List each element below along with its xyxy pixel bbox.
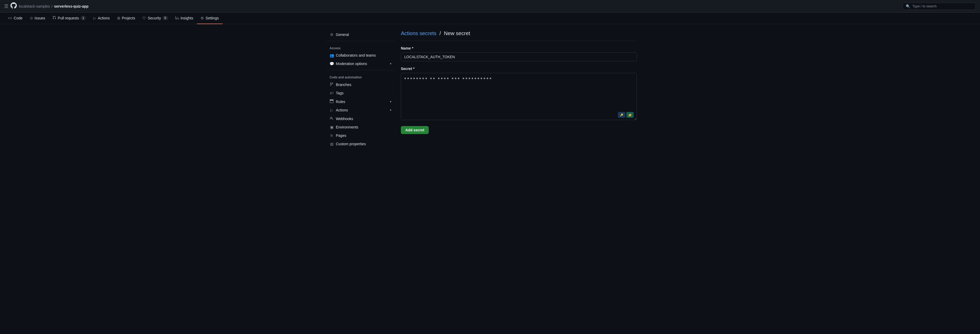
secret-form-group: Secret * ●●●●●●●● ●● ●●●● ●●● ●●●●●●●●●●…: [401, 67, 637, 121]
tab-issues[interactable]: ⊙ Issues: [26, 13, 49, 24]
repo-name[interactable]: serverless-quiz-app: [54, 4, 89, 8]
pr-icon: [52, 16, 56, 20]
secret-label: Secret *: [401, 67, 637, 71]
sidebar-item-custom-properties[interactable]: ▤ Custom properties: [326, 140, 395, 148]
projects-icon: ⊞: [117, 16, 120, 20]
tab-pull-requests[interactable]: Pull requests 1: [49, 13, 90, 24]
sidebar-section-access: Access: [326, 43, 395, 51]
repo-tabs: <> Code ⊙ Issues Pull requests 1 ▷ Actio…: [0, 13, 980, 24]
content-area: Actions secrets / New secret Name * Secr…: [401, 30, 637, 148]
moderation-chevron: ▾: [390, 62, 391, 65]
security-badge: 5: [162, 16, 168, 20]
topbar: ☰ localstack-samples / serverless-quiz-a…: [0, 0, 980, 13]
search-box[interactable]: 🔍 Type / to search: [902, 3, 976, 10]
people-icon: 👥: [329, 53, 334, 57]
webhooks-icon: [329, 116, 334, 121]
name-label: Name *: [401, 46, 637, 50]
add-secret-button[interactable]: Add secret: [401, 126, 429, 134]
textarea-wrapper: ●●●●●●●● ●● ●●●● ●●● ●●●●●●●●●● 🔑 🔐: [401, 73, 637, 121]
tag-icon: 🏷: [329, 91, 334, 95]
sidebar-item-environments[interactable]: ▣ Environments: [326, 123, 395, 131]
security-icon: 🛡: [142, 16, 146, 20]
issues-icon: ⊙: [30, 16, 33, 20]
gear-icon: ⚙: [329, 32, 334, 37]
sidebar-section-code: Code and automation: [326, 72, 395, 80]
settings-icon: ⚙: [200, 16, 204, 20]
tab-insights[interactable]: Insights: [172, 13, 197, 24]
tab-projects[interactable]: ⊞ Projects: [113, 13, 139, 24]
page-title-text: New secret: [444, 30, 470, 36]
sidebar: ⚙ General Access 👥 Collaborators and tea…: [326, 30, 395, 148]
github-logo[interactable]: [11, 2, 17, 10]
name-input[interactable]: [401, 52, 637, 61]
rules-chevron: ▾: [390, 100, 391, 103]
sidebar-item-general[interactable]: ⚙ General: [326, 30, 395, 39]
comment-icon: 💬: [329, 62, 334, 66]
actions-sidebar-icon: ▷: [329, 108, 334, 112]
custom-properties-icon: ▤: [329, 142, 334, 146]
rules-icon: [329, 99, 334, 104]
insights-icon: [175, 16, 179, 20]
name-form-group: Name *: [401, 46, 637, 61]
code-icon: <>: [8, 16, 12, 20]
branch-icon: [329, 82, 334, 87]
sidebar-item-pages[interactable]: ⎘ Pages: [326, 131, 395, 140]
title-separator: /: [439, 30, 442, 36]
main-container: ⚙ General Access 👥 Collaborators and tea…: [322, 24, 658, 154]
page-header: Actions secrets / New secret: [401, 30, 637, 41]
pr-badge: 1: [81, 16, 86, 20]
sidebar-item-tags[interactable]: 🏷 Tags: [326, 89, 395, 97]
topbar-left: ☰ localstack-samples / serverless-quiz-a…: [4, 2, 899, 10]
sidebar-item-webhooks[interactable]: Webhooks: [326, 114, 395, 123]
tab-code[interactable]: <> Code: [4, 13, 26, 24]
tab-actions[interactable]: ▷ Actions: [90, 13, 113, 24]
hamburger-icon[interactable]: ☰: [4, 3, 8, 9]
sidebar-item-branches[interactable]: Branches: [326, 80, 395, 89]
sidebar-item-moderation[interactable]: 💬 Moderation options ▾: [326, 59, 395, 68]
sidebar-item-collaborators[interactable]: 👥 Collaborators and teams: [326, 51, 395, 59]
breadcrumb-separator: /: [51, 4, 52, 8]
search-icon: 🔍: [906, 4, 910, 8]
sidebar-divider-code: [326, 70, 395, 70]
topbar-right: 🔍 Type / to search: [902, 3, 976, 10]
actions-chevron: ▾: [390, 108, 391, 112]
breadcrumb-link[interactable]: Actions secrets: [401, 30, 436, 36]
tab-settings[interactable]: ⚙ Settings: [197, 13, 223, 24]
secret-textarea[interactable]: [401, 73, 637, 120]
sidebar-item-rules[interactable]: Rules ▾: [326, 97, 395, 106]
pages-icon: ⎘: [329, 134, 334, 138]
actions-icon: ▷: [93, 16, 96, 20]
org-link[interactable]: localstack-samples: [19, 4, 50, 8]
page-title: Actions secrets / New secret: [401, 30, 637, 37]
search-hint: Type / to search: [912, 4, 972, 8]
environments-icon: ▣: [329, 125, 334, 129]
sidebar-item-actions[interactable]: ▷ Actions ▾: [326, 106, 395, 114]
tab-security[interactable]: 🛡 Security 5: [139, 13, 172, 24]
breadcrumb: localstack-samples / serverless-quiz-app: [19, 4, 89, 8]
